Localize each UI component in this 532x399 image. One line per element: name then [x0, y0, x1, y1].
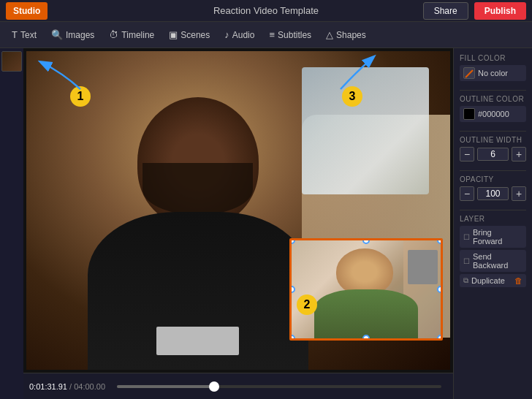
toolbar-shapes-label: Shapes	[336, 30, 366, 40]
shapes-icon: △	[326, 29, 333, 40]
timeline-bar: 0:01:31.91 / 04:00.00	[23, 373, 453, 399]
opacity-value: 100	[477, 187, 509, 200]
duplicate-label: Duplicate	[471, 276, 505, 285]
outline-width-value: 6	[477, 148, 509, 161]
bring-forward-button[interactable]: ☐ Bring Forward	[460, 226, 526, 248]
outline-width-section: OUTLINE WIDTH − 6 +	[460, 136, 526, 162]
toolbar-timeline-label: Timeline	[121, 30, 154, 40]
annotation-2: 2	[297, 294, 317, 315]
current-time: 0:01:31.91	[29, 382, 67, 391]
toolbar-item-shapes[interactable]: △ Shapes	[320, 26, 372, 43]
main-layout: 1 2 3	[0, 48, 532, 399]
outline-color-section: OUTLINE COLOR #000000	[460, 95, 526, 122]
overlay-video[interactable]	[289, 238, 443, 341]
fill-color-value: No color	[478, 69, 522, 77]
annotation-1: 1	[70, 86, 91, 107]
divider-1	[460, 90, 526, 91]
layer-label: LAYER	[460, 215, 526, 223]
toolbar-images-label: Images	[66, 30, 94, 40]
overlay-person-head	[336, 248, 393, 295]
timeline-progress	[117, 385, 214, 388]
resize-handle-bm[interactable]	[362, 335, 370, 341]
opacity-plus[interactable]: +	[512, 186, 526, 201]
outline-width-row: − 6 +	[460, 147, 526, 162]
outline-color-label: OUTLINE COLOR	[460, 95, 526, 103]
outline-color-value: #000000	[478, 110, 522, 118]
toolbar-scenes-label: Scenes	[180, 30, 210, 40]
overlay-poster	[408, 250, 438, 284]
text-icon: T	[12, 29, 18, 40]
bring-forward-icon: ☐	[463, 233, 470, 241]
overlay-person-body	[314, 289, 419, 338]
thumbnail-image[interactable]	[1, 51, 22, 72]
top-bar: Studio Reaction Video Template Share Pub…	[0, 0, 532, 22]
toolbar-item-subtitles[interactable]: ≡ Subtitles	[263, 26, 317, 43]
outline-color-row[interactable]: #000000	[460, 106, 526, 122]
audio-icon: ♪	[224, 29, 229, 40]
outline-color-swatch	[463, 108, 475, 120]
studio-button[interactable]: Studio	[6, 2, 48, 20]
resize-handle-br[interactable]	[437, 335, 443, 341]
annotation-3: 3	[342, 86, 362, 107]
toolbar-item-text[interactable]: T Text	[6, 26, 42, 43]
outline-width-label: OUTLINE WIDTH	[460, 136, 526, 144]
fill-color-swatch	[463, 67, 475, 79]
subtitles-icon: ≡	[269, 29, 275, 40]
right-panel: FILL COLOR No color OUTLINE COLOR #00000…	[453, 48, 532, 399]
scenes-icon: ▣	[169, 29, 178, 40]
video-container[interactable]: 1 2 3	[26, 51, 450, 370]
person-shirt	[156, 327, 239, 355]
timeline-thumb[interactable]	[209, 381, 219, 392]
toolbar-audio-label: Audio	[232, 30, 255, 40]
canvas-area: 1 2 3	[23, 48, 453, 399]
timeline-icon: ⏱	[109, 29, 118, 40]
toolbar-item-audio[interactable]: ♪ Audio	[218, 26, 260, 43]
send-backward-button[interactable]: ☐ Send Backward	[460, 250, 526, 272]
send-backward-label: Send Backward	[473, 252, 522, 270]
outline-width-minus[interactable]: −	[460, 147, 474, 162]
toolbar-item-scenes[interactable]: ▣ Scenes	[163, 26, 216, 43]
opacity-section: OPACITY − 100 +	[460, 175, 526, 201]
resize-handle-bl[interactable]	[289, 335, 295, 341]
fill-color-row[interactable]: No color	[460, 65, 526, 81]
toolbar-text-label: Text	[20, 30, 37, 40]
total-time: 04:00.00	[74, 382, 105, 391]
bring-forward-label: Bring Forward	[473, 228, 522, 246]
outline-width-plus[interactable]: +	[512, 147, 526, 162]
send-backward-icon: ☐	[463, 257, 470, 265]
opacity-row: − 100 +	[460, 186, 526, 201]
overlay-video-inner	[292, 240, 441, 338]
images-icon: 🔍	[51, 29, 63, 40]
divider-2	[460, 131, 526, 132]
top-right-actions: Share Publish	[423, 2, 526, 20]
delete-icon[interactable]: 🗑	[514, 276, 522, 285]
share-button[interactable]: Share	[423, 2, 468, 20]
left-thumbnail-panel	[0, 48, 23, 399]
toolbar-subtitles-label: Subtitles	[278, 30, 311, 40]
toolbar-item-timeline[interactable]: ⏱ Timeline	[103, 26, 160, 43]
time-display: 0:01:31.91 / 04:00.00	[29, 382, 105, 391]
timeline-track[interactable]	[117, 385, 441, 388]
fill-color-section: FILL COLOR No color	[460, 54, 526, 81]
resize-handle-tr[interactable]	[437, 238, 443, 244]
divider-3	[460, 170, 526, 171]
duplicate-icon: ⧉	[463, 276, 468, 285]
publish-button[interactable]: Publish	[474, 2, 526, 20]
divider-4	[460, 210, 526, 210]
layer-section: LAYER ☐ Bring Forward ☐ Send Backward ⧉ …	[460, 215, 526, 287]
opacity-label: OPACITY	[460, 175, 526, 183]
toolbar: T Text 🔍 Images ⏱ Timeline ▣ Scenes ♪ Au…	[0, 22, 532, 48]
duplicate-button[interactable]: ⧉ Duplicate 🗑	[460, 274, 526, 287]
resize-handle-rm[interactable]	[437, 286, 443, 293]
person-beard	[142, 163, 253, 215]
opacity-minus[interactable]: −	[460, 186, 474, 201]
toolbar-item-images[interactable]: 🔍 Images	[45, 26, 100, 43]
fill-color-label: FILL COLOR	[460, 54, 526, 62]
page-title: Reaction Video Template	[213, 5, 319, 16]
